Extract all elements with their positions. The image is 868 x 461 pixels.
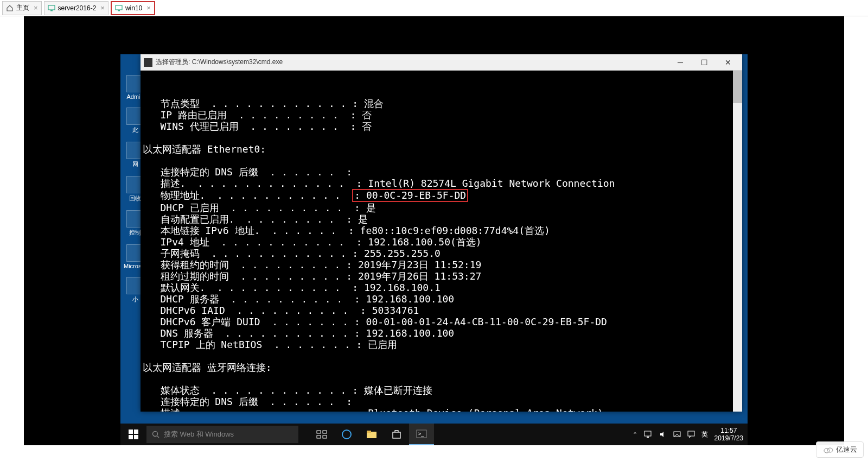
svg-rect-21: [647, 437, 649, 438]
cmd-line: 子网掩码 . . . . . . . . . . . . : 255.255.2…: [141, 248, 742, 259]
tab-win10[interactable]: win10 ×: [111, 1, 155, 15]
svg-rect-23: [688, 431, 694, 436]
cmd-line: 连接特定的 DNS 后缀 . . . . . . :: [141, 166, 742, 178]
tab-label: win10: [125, 4, 142, 12]
cmd-line: 本地链接 IPv6 地址. . . . . . . : fe80::10c9:e…: [141, 225, 742, 236]
tab-bar: 主页 × server2016-2 × win10 ×: [0, 0, 868, 16]
tab-home[interactable]: 主页 ×: [2, 1, 42, 15]
search-placeholder: 搜索 Web 和 Windows: [164, 430, 234, 439]
cmd-line: DHCP 服务器 . . . . . . . . . . : 192.168.1…: [141, 293, 742, 305]
cmd-line: WINS 代理已启用 . . . . . . . . : 否: [141, 121, 742, 132]
svg-rect-1: [50, 10, 53, 11]
cmd-section-header: 以太网适配器 蓝牙网络连接:: [141, 362, 742, 373]
cmd-line: 媒体状态 . . . . . . . . . . . . : 媒体已断开连接: [141, 384, 742, 396]
windows-icon: [129, 430, 138, 439]
tab-label: server2016-2: [58, 4, 97, 12]
cmd-output[interactable]: 节点类型 . . . . . . . . . . . . : 混合 IP 路由已…: [141, 71, 742, 412]
win10-desktop[interactable]: Admin 此 网 回收 控制 Micros Ed 小 选择管理员: C:\Wi…: [120, 54, 748, 445]
svg-point-25: [827, 448, 833, 452]
search-icon: [152, 431, 159, 438]
svg-rect-11: [323, 431, 327, 433]
svg-rect-0: [48, 5, 55, 10]
svg-line-9: [157, 436, 159, 438]
cmd-taskbar-icon[interactable]: >_: [409, 424, 434, 445]
cmd-line: 物理地址. . . . . . . . . . . . : 00-0C-29-E…: [141, 189, 742, 202]
svg-point-8: [153, 432, 158, 437]
svg-rect-16: [367, 431, 371, 433]
maximize-button[interactable]: ☐: [692, 55, 716, 70]
cmd-line: 连接特定的 DNS 后缀 . . . . . . :: [141, 396, 742, 407]
task-view-icon[interactable]: [309, 424, 334, 445]
cmd-line: IP 路由已启用 . . . . . . . . . : 否: [141, 109, 742, 121]
minimize-button[interactable]: ─: [668, 55, 692, 70]
svg-rect-4: [129, 430, 133, 434]
store-icon[interactable]: [384, 424, 409, 445]
file-explorer-icon[interactable]: [359, 424, 384, 445]
svg-rect-17: [393, 432, 400, 438]
cmd-line: 描述. . . . . . . . . . . . . . : Intel(R)…: [141, 178, 742, 189]
svg-rect-5: [134, 430, 138, 434]
system-tray: ⌃ 英 11:57 2019/7/23: [633, 427, 748, 442]
cmd-line: 节点类型 . . . . . . . . . . . . : 混合: [141, 98, 742, 109]
cmd-line: DHCPv6 IAID . . . . . . . . . . : 503347…: [141, 305, 742, 316]
notifications-icon[interactable]: [673, 431, 681, 438]
search-input[interactable]: 搜索 Web 和 Windows: [146, 426, 298, 443]
cmd-line: 租约过期的时间 . . . . . . . . . : 2019年7月26日 1…: [141, 270, 742, 282]
cmd-line: 自动配置已启用. . . . . . . . . : 是: [141, 213, 742, 225]
cmd-line: TCPIP 上的 NetBIOS . . . . . . . : 已启用: [141, 339, 742, 350]
cmd-title: 选择管理员: C:\Windows\system32\cmd.exe: [156, 58, 283, 67]
cmd-section-header: 以太网适配器 Ethernet0:: [141, 143, 742, 155]
cmd-line: 获得租约的时间 . . . . . . . . . : 2019年7月23日 1…: [141, 259, 742, 270]
svg-rect-6: [129, 435, 133, 439]
svg-rect-2: [116, 5, 122, 10]
svg-text:>_: >_: [418, 431, 424, 437]
svg-rect-3: [118, 10, 120, 11]
cmd-icon: [144, 58, 152, 67]
volume-icon[interactable]: [659, 431, 667, 438]
cmd-titlebar[interactable]: 选择管理员: C:\Windows\system32\cmd.exe ─ ☐ ✕: [141, 54, 742, 71]
home-icon: [6, 4, 14, 12]
edge-icon[interactable]: [334, 424, 359, 445]
watermark-logo: 亿速云: [816, 441, 864, 458]
cmd-line: DHCPv6 客户端 DUID . . . . . . . : 00-01-00…: [141, 316, 742, 327]
start-button[interactable]: [120, 424, 146, 445]
ime-indicator[interactable]: 英: [701, 430, 708, 439]
cmd-line: DNS 服务器 . . . . . . . . . . . : 192.168.…: [141, 327, 742, 339]
clock-date: 2019/7/23: [714, 434, 743, 442]
scrollbar[interactable]: [733, 71, 742, 412]
cmd-line: DHCP 已启用 . . . . . . . . . . : 是: [141, 202, 742, 213]
close-icon[interactable]: ×: [34, 4, 38, 12]
tab-server2016-2[interactable]: server2016-2 ×: [44, 1, 108, 15]
svg-point-14: [342, 430, 351, 439]
highlighted-mac: : 00-0C-29-EB-5F-DD: [352, 189, 468, 202]
cmd-line: 描述. . . . . . . . . . . . . . : Bluetoot…: [141, 407, 742, 412]
cloud-icon: [823, 446, 834, 453]
svg-rect-12: [317, 435, 321, 438]
network-icon[interactable]: [644, 431, 653, 438]
svg-rect-20: [644, 431, 651, 436]
tray-overflow-icon[interactable]: ⌃: [633, 431, 637, 438]
cmd-line: 默认网关. . . . . . . . . . . . : 192.168.10…: [141, 282, 742, 293]
svg-rect-7: [134, 435, 138, 439]
vm-display: Admin 此 网 回收 控制 Micros Ed 小 选择管理员: C:\Wi…: [24, 16, 844, 445]
close-button[interactable]: ✕: [716, 55, 740, 70]
cmd-window: 选择管理员: C:\Windows\system32\cmd.exe ─ ☐ ✕…: [141, 54, 742, 412]
action-center-icon[interactable]: [687, 431, 695, 438]
watermark-text: 亿速云: [836, 445, 857, 454]
tab-label: 主页: [16, 3, 29, 12]
vm-icon: [48, 4, 55, 12]
clock[interactable]: 11:57 2019/7/23: [714, 427, 743, 442]
svg-rect-10: [317, 431, 321, 433]
vm-icon: [115, 4, 123, 12]
taskbar: 搜索 Web 和 Windows >_: [120, 424, 748, 445]
close-icon[interactable]: ×: [146, 4, 151, 12]
close-icon[interactable]: ×: [100, 4, 105, 12]
svg-rect-13: [323, 435, 327, 438]
taskbar-apps: >_: [309, 424, 434, 445]
clock-time: 11:57: [714, 427, 743, 434]
cmd-line: IPv4 地址 . . . . . . . . . . . : 192.168.…: [141, 236, 742, 248]
